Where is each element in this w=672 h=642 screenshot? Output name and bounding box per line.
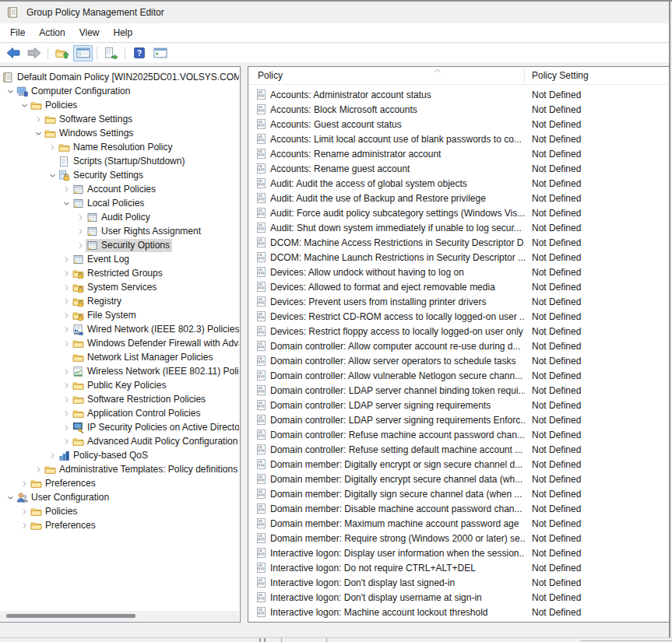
tree-item[interactable]: Wireless Network (IEEE 802.11) Policies [0, 364, 239, 378]
chevron-right-icon[interactable] [61, 324, 72, 335]
chevron-right-icon[interactable] [33, 464, 44, 475]
policy-row[interactable]: Domain controller: Refuse machine accoun… [248, 427, 669, 442]
policy-row[interactable]: Interactive logon: Don't display last si… [248, 575, 669, 590]
tree-item-body[interactable]: IP Security Policies on Active Directory [72, 421, 239, 434]
show-console-tree-button[interactable] [73, 45, 93, 61]
show-action-pane-button[interactable] [150, 45, 170, 61]
tree-item-body[interactable]: Event Log [72, 253, 132, 266]
menu-view[interactable]: View [72, 25, 107, 41]
chevron-down-icon[interactable] [33, 128, 44, 139]
policy-row[interactable]: Domain member: Maximum machine account p… [248, 516, 669, 531]
chevron-down-icon[interactable] [19, 100, 30, 111]
tree-item-body[interactable]: Restricted Groups [72, 267, 165, 280]
tree-item-body-selected[interactable]: Security Options [86, 239, 172, 252]
chevron-right-icon[interactable] [19, 506, 30, 517]
chevron-right-icon[interactable] [75, 226, 86, 237]
chevron-down-icon[interactable] [47, 170, 58, 181]
tree-item[interactable]: Policy-based QoS [0, 448, 239, 462]
tree-item-body[interactable]: Wired Network (IEEE 802.3) Policies [72, 323, 239, 336]
menu-action[interactable]: Action [32, 25, 72, 41]
tree-item[interactable]: Audit Policy [0, 210, 239, 224]
policy-row[interactable]: Domain controller: Refuse setting defaul… [248, 442, 669, 457]
policy-row[interactable]: Domain controller: Allow vulnerable Netl… [248, 368, 669, 383]
tree-item[interactable]: Security Settings [0, 168, 239, 182]
tree-item-body[interactable]: Policy-based QoS [58, 449, 150, 462]
chevron-right-icon[interactable] [61, 282, 72, 293]
chevron-right-icon[interactable] [61, 380, 72, 391]
tree-item[interactable]: Policies [0, 98, 239, 112]
tree-item-body[interactable]: Advanced Audit Policy Configuration [72, 435, 239, 448]
up-one-level-button[interactable] [52, 45, 72, 61]
policy-row[interactable]: Devices: Allowed to format and eject rem… [248, 279, 669, 294]
policy-row[interactable]: Accounts: Limit local account use of bla… [248, 132, 669, 146]
back-button[interactable] [3, 45, 23, 61]
policy-row[interactable]: Domain controller: Allow computer accoun… [248, 339, 669, 353]
tree-item[interactable]: Event Log [0, 252, 239, 266]
policy-row[interactable]: Devices: Restrict floppy access to local… [248, 324, 669, 339]
policy-row[interactable]: Devices: Prevent users from installing p… [248, 294, 669, 309]
policy-row[interactable]: Domain member: Disable machine account p… [248, 501, 669, 516]
chevron-right-icon[interactable] [19, 520, 30, 531]
policy-row[interactable]: Domain controller: Allow server operator… [248, 353, 669, 368]
tree-item-body[interactable]: Local Policies [72, 197, 146, 210]
policy-row[interactable]: DCOM: Machine Access Restrictions in Sec… [248, 235, 669, 250]
tree-item-body[interactable]: Audit Policy [86, 211, 153, 224]
tree-item-body[interactable]: Windows Defender Firewall with Advar [72, 337, 239, 350]
tree-item[interactable]: File System [0, 308, 239, 322]
tree-item-body[interactable]: System Services [72, 281, 159, 294]
policy-row[interactable]: Audit: Audit the use of Backup and Resto… [248, 191, 669, 205]
tree-item-body[interactable]: Preferences [30, 477, 98, 490]
tree-item-body[interactable]: Application Control Policies [72, 407, 202, 420]
title-bar[interactable]: Group Policy Management Editor [0, 2, 669, 23]
tree-item-body[interactable]: Policies [30, 99, 79, 112]
tree-item-body[interactable]: User Configuration [16, 491, 111, 504]
chevron-right-icon[interactable] [19, 478, 30, 489]
chevron-down-icon[interactable] [5, 86, 16, 96]
policy-row[interactable]: Accounts: Guest account statusNot Define… [248, 117, 669, 132]
chevron-right-icon[interactable] [61, 338, 72, 349]
tree-item[interactable]: Local Policies [0, 196, 239, 210]
tree-item[interactable]: Advanced Audit Policy Configuration [0, 434, 239, 448]
chevron-down-icon[interactable] [61, 198, 72, 209]
tree-item-body[interactable]: File System [72, 309, 139, 322]
tree-item-body[interactable]: Account Policies [72, 183, 158, 196]
tree-item[interactable]: Software Settings [0, 112, 239, 126]
chevron-right-icon[interactable] [33, 114, 44, 125]
policy-row[interactable]: DCOM: Machine Launch Restrictions in Sec… [248, 250, 669, 265]
policy-row[interactable]: Interactive logon: Display user informat… [248, 546, 669, 560]
chevron-right-icon[interactable] [61, 184, 72, 195]
tree-item[interactable]: Windows Defender Firewall with Advar [0, 336, 239, 350]
tree-item[interactable]: Network List Manager Policies [0, 350, 239, 364]
tree-item-body[interactable]: Software Restriction Policies [72, 393, 208, 406]
policy-row[interactable]: Accounts: Block Microsoft accountsNot De… [248, 102, 669, 117]
chevron-right-icon[interactable] [75, 240, 86, 251]
tree-item[interactable]: Application Control Policies [0, 406, 239, 420]
policy-row[interactable]: Domain member: Digitally sign secure cha… [248, 486, 669, 501]
tree-item[interactable]: User Configuration [0, 490, 239, 504]
tree-item[interactable]: Account Policies [0, 182, 239, 196]
chevron-right-icon[interactable] [47, 142, 58, 153]
tree-horizontal-scrollbar-thumb[interactable] [6, 614, 135, 618]
tree-item[interactable]: System Services [0, 280, 239, 294]
chevron-right-icon[interactable] [75, 212, 86, 223]
policy-row[interactable]: Domain controller: LDAP server signing r… [248, 412, 669, 427]
help-button[interactable] [129, 45, 149, 61]
tree-item-body[interactable]: Policies [30, 505, 79, 518]
policy-row[interactable]: Interactive logon: Do not require CTRL+A… [248, 560, 669, 575]
tree-item[interactable]: Name Resolution Policy [0, 140, 239, 154]
chevron-right-icon[interactable] [61, 366, 72, 377]
tree-item-body[interactable]: Public Key Policies [72, 379, 168, 392]
tree-item[interactable]: Software Restriction Policies [0, 392, 239, 406]
policy-row[interactable]: Devices: Restrict CD-ROM access to local… [248, 309, 669, 324]
tree-item[interactable]: Default Domain Policy [WIN2025DC01.VOLSY… [0, 70, 239, 84]
tree-item[interactable]: Preferences [0, 518, 239, 532]
tree-item[interactable]: Preferences [0, 476, 239, 490]
menu-help[interactable]: Help [107, 25, 140, 41]
policy-row[interactable]: Accounts: Rename administrator accountNo… [248, 146, 669, 161]
export-list-button[interactable] [101, 45, 121, 61]
tree-item-body[interactable]: Network List Manager Policies [72, 351, 215, 364]
tree-item-body[interactable]: Scripts (Startup/Shutdown) [58, 155, 187, 168]
tree-item[interactable]: IP Security Policies on Active Directory [0, 420, 239, 434]
tree-item[interactable]: Wired Network (IEEE 802.3) Policies [0, 322, 239, 336]
tree-horizontal-scrollbar[interactable] [0, 611, 239, 621]
